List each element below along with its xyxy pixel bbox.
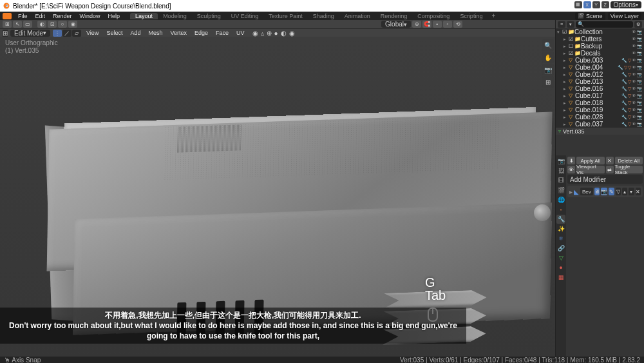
prop-tab-object[interactable]: ▫ (556, 205, 565, 214)
outliner-obj[interactable]: ▸▽Cube.019🔧▽👁📷 (556, 106, 644, 113)
prop-tab-texture[interactable]: ▦ (556, 273, 565, 282)
outliner-obj[interactable]: ▸▽Cube.028🔧▽👁📷 (556, 113, 644, 121)
shading-solid-button[interactable]: ● (274, 30, 278, 37)
edge-select-button[interactable]: ／ (62, 30, 71, 37)
tab-uv-editing[interactable]: UV Editing (226, 13, 264, 19)
menu-vertex[interactable]: Vertex (167, 30, 189, 36)
outliner-display-icon[interactable]: ▾ (567, 21, 574, 28)
tab-rendering[interactable]: Rendering (375, 13, 413, 19)
mod-move-up-icon[interactable]: ▴ (622, 188, 627, 195)
delete-icon[interactable]: ✕ (606, 157, 614, 164)
prop-tab-scene[interactable]: 🎬 (556, 186, 565, 195)
outliner-coll-cutters[interactable]: ▸☑📁Cutters👁📷 (556, 35, 644, 43)
prop-tab-material[interactable]: ● (556, 263, 565, 272)
mirror-axis-y[interactable]: Y (592, 1, 600, 8)
prop-tab-particles[interactable]: ✨ (556, 224, 565, 233)
menu-edit[interactable]: Edit (32, 13, 50, 19)
outliner-obj[interactable]: ▸▽Cube.004🔧▽▽👁📷 (556, 64, 644, 71)
proportional-button[interactable]: ○ (58, 21, 67, 28)
toggle-stack-button[interactable]: Toggle Stack (615, 166, 643, 173)
editor-corner-icon[interactable]: ⊞ (3, 30, 8, 37)
menu-select[interactable]: Select (104, 30, 125, 36)
toggle-icon[interactable]: ⇄ (606, 166, 614, 173)
selectable-toggle[interactable]: ▦ (574, 1, 582, 8)
shading-render-button[interactable]: ◉ (289, 30, 295, 37)
menu-file[interactable]: File (14, 13, 32, 19)
modifier-expand-icon[interactable]: ▸ (569, 188, 573, 195)
mod-move-down-icon[interactable]: ▾ (629, 188, 634, 195)
prop-tab-output[interactable]: 🖼 (556, 166, 565, 175)
add-modifier-dropdown[interactable]: Add Modifier (567, 175, 643, 184)
editor-type-button[interactable]: ⊞ (3, 21, 12, 28)
nav-camera-icon[interactable]: 📷 (542, 64, 554, 75)
mirror-x-button[interactable]: ▪ (433, 21, 442, 28)
tab-texture-paint[interactable]: Texture Paint (263, 13, 308, 19)
outliner-type-icon[interactable]: ≡ (558, 21, 565, 28)
menu-mesh[interactable]: Mesh (146, 30, 165, 36)
shading-wire-button[interactable]: ⊕ (267, 30, 272, 37)
scene-selector[interactable]: 🎬Scene (575, 12, 605, 20)
cursor-tool-icon[interactable]: ↖ (13, 21, 22, 28)
tab-layout[interactable]: Layout (130, 13, 158, 19)
pivot-button[interactable]: ⊕ (412, 21, 421, 28)
apply-dropdown-icon[interactable]: ⬇ (567, 157, 575, 164)
mod-realtime-icon[interactable]: 🖥 (594, 188, 600, 195)
snap-toggle[interactable]: 🧲 (422, 21, 431, 28)
prop-tab-modifier[interactable]: 🔧 (556, 215, 565, 224)
menu-render[interactable]: Render (49, 13, 76, 19)
nav-zoom-icon[interactable]: 🔍 (542, 39, 554, 51)
tab-scripting[interactable]: Scripting (455, 13, 488, 19)
shading-matprev-button[interactable]: ◐ (281, 30, 287, 37)
proportional-type-button[interactable]: ◉ (68, 21, 77, 28)
outliner-tree[interactable]: ▾☑📁Collection👁📷 ▸☑📁Cutters👁📷 ▸☐📁Backup👁📷… (556, 28, 644, 128)
outliner-obj[interactable]: ▸▽Cube.016🔧▽👁📷 (556, 85, 644, 92)
outliner-obj[interactable]: ▸▽Cube.012🔧▽👁📷 (556, 71, 644, 78)
options-dropdown[interactable]: Options ▾ (611, 1, 641, 8)
modifier-name-field[interactable]: Bev (580, 188, 593, 195)
xray-button[interactable]: ▵ (261, 30, 264, 37)
mod-cage-icon[interactable]: ▽ (616, 188, 621, 195)
tab-sculpting[interactable]: Sculpting (192, 13, 226, 19)
vis-icon[interactable]: 👁 (567, 166, 575, 173)
outliner-obj[interactable]: ▸▽Cube.037🔧▽👁📷 (556, 121, 644, 128)
nav-hand-icon[interactable]: ✋ (542, 52, 554, 63)
outliner-coll-decals[interactable]: ▸☑📁Decals👁📷 (556, 50, 644, 57)
prop-tab-mesh[interactable]: ▽ (556, 253, 565, 262)
add-workspace-button[interactable]: + (488, 12, 499, 19)
snap-button[interactable]: ◐ (37, 21, 46, 28)
outliner-search[interactable]: 🔍 (576, 21, 633, 28)
outliner-obj[interactable]: ▸▽Cube.017🔧▽👁📷 (556, 92, 644, 99)
tab-shading[interactable]: Shading (308, 13, 339, 19)
mod-delete-icon[interactable]: ✕ (636, 188, 641, 195)
prop-tab-viewlayer[interactable]: 🎞 (556, 176, 565, 185)
tab-modeling[interactable]: Modeling (158, 13, 192, 19)
menu-edge[interactable]: Edge (192, 30, 211, 36)
face-select-button[interactable]: ▱ (72, 30, 81, 37)
menu-add[interactable]: Add (128, 30, 143, 36)
nav-persp-icon[interactable]: ⊞ (542, 76, 554, 88)
mirror-axis-x[interactable]: X (583, 1, 591, 8)
outliner-scene-collection[interactable]: ▾☑📁Collection👁📷 (556, 28, 644, 35)
prop-tab-physics[interactable]: ⚛ (556, 234, 565, 243)
orientation-selector[interactable]: Global ▾ (381, 21, 411, 28)
outliner-filter-icon[interactable]: ⚙ (634, 21, 642, 28)
outliner-obj[interactable]: ▸▽Cube.003🔧▽👁📷 (556, 57, 644, 64)
viewport-vis-button[interactable]: Viewport Vis (576, 166, 605, 173)
mod-editmode-icon[interactable]: ✎ (609, 188, 614, 195)
mirror-axis-z[interactable]: Z (601, 1, 609, 8)
outliner-coll-backup[interactable]: ▸☐📁Backup👁📷 (556, 43, 644, 50)
prop-tab-constraint[interactable]: 🔗 (556, 244, 565, 253)
automatic-merge-button[interactable]: ⟲ (453, 21, 462, 28)
prop-tab-world[interactable]: 🌐 (556, 195, 565, 204)
viewlayer-selector[interactable]: View Layer (608, 12, 641, 20)
outliner-obj[interactable]: ▸▽Cube.018🔧▽👁📷 (556, 99, 644, 106)
viewport-overlays-button[interactable]: ◉ (252, 30, 258, 37)
menu-help[interactable]: Help (104, 13, 124, 19)
select-tool-icon[interactable]: ▭ (23, 21, 32, 28)
outliner-obj[interactable]: ▸▽Cube.013🔧▽👁📷 (556, 78, 644, 85)
menu-uv[interactable]: UV (234, 30, 247, 36)
menu-view[interactable]: View (84, 30, 101, 36)
prop-tab-render[interactable]: 📷 (556, 157, 565, 166)
tab-compositing[interactable]: Compositing (412, 13, 455, 19)
mode-selector[interactable]: Edit Mode ▾ (10, 30, 50, 37)
